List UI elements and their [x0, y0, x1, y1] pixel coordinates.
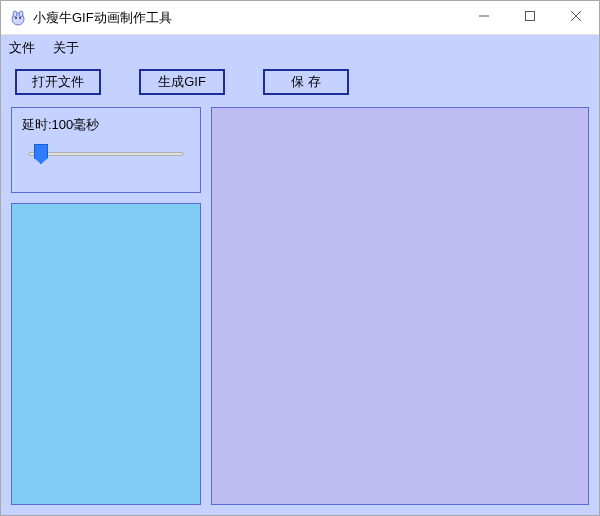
client-area: 打开文件 生成GIF 保 存 延时:100毫秒 [1, 61, 599, 515]
window-title: 小瘦牛GIF动画制作工具 [33, 9, 461, 27]
left-column: 延时:100毫秒 [11, 107, 201, 505]
open-file-button[interactable]: 打开文件 [15, 69, 101, 95]
preview-panel[interactable] [211, 107, 589, 505]
save-button[interactable]: 保 存 [263, 69, 349, 95]
slider-track [28, 152, 184, 156]
app-window: 小瘦牛GIF动画制作工具 文件 关于 打开文件 生成GIF 保 存 延时:10 [0, 0, 600, 516]
minimize-button[interactable] [461, 1, 507, 31]
delay-label: 延时:100毫秒 [22, 116, 190, 134]
menubar: 文件 关于 [1, 35, 599, 61]
delay-panel: 延时:100毫秒 [11, 107, 201, 193]
titlebar[interactable]: 小瘦牛GIF动画制作工具 [1, 1, 599, 35]
slider-thumb[interactable] [34, 144, 48, 164]
svg-point-4 [19, 17, 21, 19]
svg-point-3 [15, 17, 17, 19]
svg-point-2 [19, 11, 23, 17]
maximize-button[interactable] [507, 1, 553, 31]
toolbar: 打开文件 生成GIF 保 存 [15, 69, 589, 95]
svg-point-1 [13, 11, 17, 17]
generate-gif-button[interactable]: 生成GIF [139, 69, 225, 95]
menu-file[interactable]: 文件 [9, 39, 35, 57]
app-icon [9, 9, 27, 27]
content-area: 延时:100毫秒 [11, 107, 589, 505]
delay-slider[interactable] [28, 144, 184, 164]
menu-about[interactable]: 关于 [53, 39, 79, 57]
window-controls [461, 1, 599, 34]
close-button[interactable] [553, 1, 599, 31]
svg-rect-6 [526, 12, 535, 21]
thumbnail-panel[interactable] [11, 203, 201, 505]
